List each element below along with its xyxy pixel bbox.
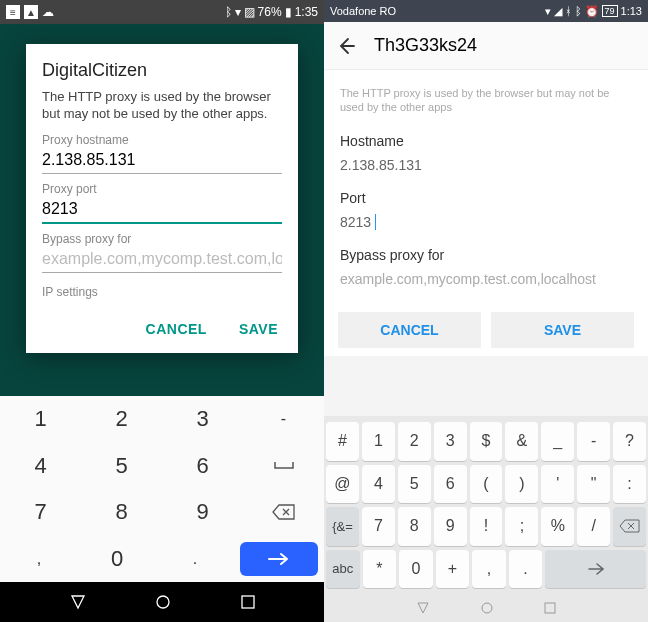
key-space[interactable] — [243, 443, 324, 490]
key-backspace[interactable] — [613, 507, 646, 546]
key-amp[interactable]: & — [505, 422, 538, 461]
key-1[interactable]: 1 — [0, 396, 81, 443]
key-colon[interactable]: : — [613, 465, 646, 504]
key-comma[interactable]: , — [0, 536, 78, 583]
save-button[interactable]: SAVE — [235, 313, 282, 345]
key-star[interactable]: * — [363, 550, 397, 589]
cloud-icon: ☁ — [42, 5, 54, 19]
nav-recent-icon[interactable] — [544, 602, 556, 614]
bluetooth-icon: ᛒ — [225, 5, 232, 19]
svg-rect-3 — [545, 603, 555, 613]
key-8[interactable]: 8 — [81, 489, 162, 536]
key-enter[interactable] — [240, 542, 318, 577]
bypass-input[interactable] — [42, 246, 282, 273]
nav-recent-icon[interactable] — [241, 595, 255, 609]
key-period[interactable]: . — [156, 536, 234, 583]
android-navbar — [324, 594, 648, 622]
key-backspace[interactable] — [243, 489, 324, 536]
key-semicolon[interactable]: ; — [505, 507, 538, 546]
status-bar: ≡ ▲ ☁ ᛒ ▾ ▨ 76% ▮ 1:35 — [0, 0, 324, 24]
key-at[interactable]: @ — [326, 465, 359, 504]
save-button[interactable]: SAVE — [491, 312, 634, 348]
hostname-input[interactable] — [340, 155, 632, 176]
bypass-label: Bypass proxy for — [340, 247, 632, 263]
status-bar: Vodafone RO ▾ ◢ ᚼ ᛒ ⏰ 79 1:13 — [324, 0, 648, 22]
symbol-keypad: # 1 2 3 $ & _ - ? @ 4 5 6 ( ) ' " : {&= … — [324, 416, 648, 594]
carrier-label: Vodafone RO — [330, 5, 396, 17]
key-comma[interactable]: , — [472, 550, 506, 589]
key-9[interactable]: 9 — [434, 507, 467, 546]
bluetooth-icon: ᛒ — [575, 5, 582, 17]
key-enter[interactable] — [545, 550, 646, 589]
image-icon: ▲ — [24, 5, 38, 19]
content-area: The HTTP proxy is used by the browser bu… — [324, 70, 648, 306]
cancel-button[interactable]: CANCEL — [142, 313, 211, 345]
key-0[interactable]: 0 — [78, 536, 156, 583]
key-underscore[interactable]: _ — [541, 422, 574, 461]
alarm-icon: ⏰ — [585, 5, 599, 18]
wifi-icon: ▾ — [545, 5, 551, 18]
clock: 1:35 — [295, 5, 318, 19]
key-4[interactable]: 4 — [0, 443, 81, 490]
key-dollar[interactable]: $ — [470, 422, 503, 461]
key-rparen[interactable]: ) — [505, 465, 538, 504]
key-apos[interactable]: ' — [541, 465, 574, 504]
key-quote[interactable]: " — [577, 465, 610, 504]
port-label: Proxy port — [42, 182, 282, 196]
key-6[interactable]: 6 — [162, 443, 243, 490]
port-input[interactable] — [42, 196, 282, 224]
description: The HTTP proxy is used by the browser bu… — [340, 86, 632, 115]
port-label: Port — [340, 190, 632, 206]
key-5[interactable]: 5 — [81, 443, 162, 490]
hostname-input[interactable] — [42, 147, 282, 174]
bypass-label: Bypass proxy for — [42, 232, 282, 246]
notification-icon: ≡ — [6, 5, 20, 19]
nfc-icon: ᚼ — [565, 5, 572, 17]
key-dash[interactable]: - — [577, 422, 610, 461]
svg-rect-1 — [242, 596, 254, 608]
bypass-input[interactable]: example.com,mycomp.test.com,localhost — [340, 269, 632, 290]
header: Th3G33ks24 — [324, 22, 648, 70]
cancel-button[interactable]: CANCEL — [338, 312, 481, 348]
key-7[interactable]: 7 — [0, 489, 81, 536]
dialog-description: The HTTP proxy is used by the browser bu… — [42, 89, 282, 123]
key-2[interactable]: 2 — [81, 396, 162, 443]
page-title: Th3G33ks24 — [374, 35, 477, 56]
nav-back-icon[interactable] — [70, 594, 86, 610]
key-dash[interactable]: - — [243, 396, 324, 443]
key-mode-symbols[interactable]: {&= — [326, 507, 359, 546]
left-phone: ≡ ▲ ☁ ᛒ ▾ ▨ 76% ▮ 1:35 HUAWEI-U3At Digit… — [0, 0, 324, 622]
key-6[interactable]: 6 — [434, 465, 467, 504]
right-phone: Vodafone RO ▾ ◢ ᚼ ᛒ ⏰ 79 1:13 Th3G33ks24… — [324, 0, 648, 622]
key-0[interactable]: 0 — [399, 550, 433, 589]
key-2[interactable]: 2 — [398, 422, 431, 461]
key-bang[interactable]: ! — [470, 507, 503, 546]
clock: 1:13 — [621, 5, 642, 17]
key-slash[interactable]: / — [577, 507, 610, 546]
numeric-keypad: 1 2 3 - 4 5 6 7 8 9 , 0 . — [0, 396, 324, 582]
key-9[interactable]: 9 — [162, 489, 243, 536]
nav-back-icon[interactable] — [416, 601, 430, 615]
key-hash[interactable]: # — [326, 422, 359, 461]
key-7[interactable]: 7 — [362, 507, 395, 546]
svg-point-2 — [482, 603, 492, 613]
svg-point-0 — [157, 596, 169, 608]
key-1[interactable]: 1 — [362, 422, 395, 461]
android-navbar — [0, 582, 324, 622]
key-4[interactable]: 4 — [362, 465, 395, 504]
key-question[interactable]: ? — [613, 422, 646, 461]
key-percent[interactable]: % — [541, 507, 574, 546]
nav-home-icon[interactable] — [480, 601, 494, 615]
key-3[interactable]: 3 — [434, 422, 467, 461]
key-mode-abc[interactable]: abc — [326, 550, 360, 589]
nav-home-icon[interactable] — [155, 594, 171, 610]
port-input[interactable]: 8213 — [340, 212, 632, 233]
key-3[interactable]: 3 — [162, 396, 243, 443]
back-button[interactable] — [336, 36, 356, 56]
key-5[interactable]: 5 — [398, 465, 431, 504]
key-plus[interactable]: + — [436, 550, 470, 589]
key-lparen[interactable]: ( — [470, 465, 503, 504]
key-8[interactable]: 8 — [398, 507, 431, 546]
key-period[interactable]: . — [509, 550, 543, 589]
battery-percent: 79 — [602, 5, 618, 17]
